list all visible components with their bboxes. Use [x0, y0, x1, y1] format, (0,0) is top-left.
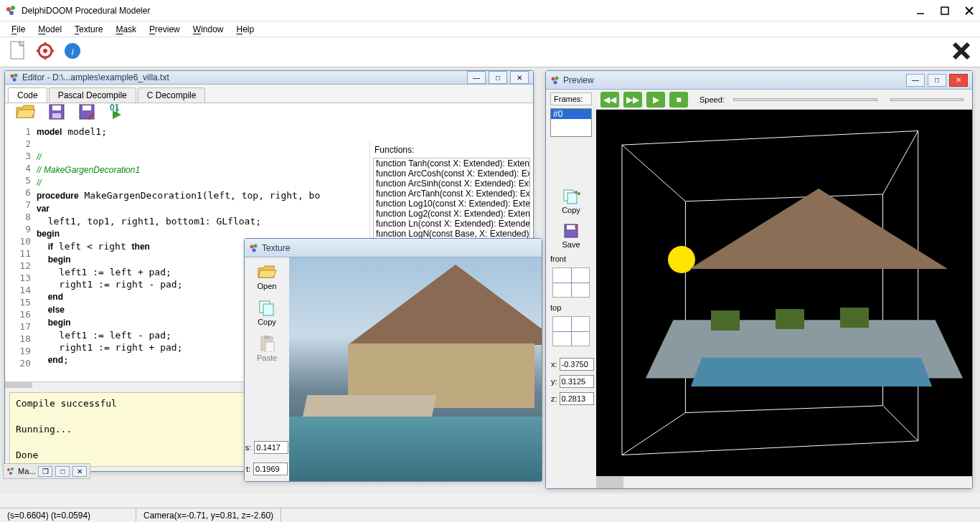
svg-point-48 [575, 191, 578, 194]
svg-rect-42 [265, 342, 274, 352]
speed-slider-2[interactable] [890, 98, 963, 101]
front-label: front [550, 255, 566, 263]
svg-rect-47 [567, 193, 577, 204]
svg-point-33 [250, 245, 254, 248]
texture-t-input[interactable] [253, 462, 288, 475]
function-item[interactable]: function LogN(const Base, X: Extended): … [374, 229, 529, 239]
preview-title: Preview [563, 75, 594, 85]
svg-line-55 [622, 145, 685, 201]
svg-point-2 [9, 11, 14, 15]
open-folder-icon[interactable] [15, 103, 35, 123]
menu-texture[interactable]: Texture [69, 23, 108, 36]
main-toolbar: i [0, 37, 980, 67]
editor-minimize-icon[interactable]: — [467, 71, 486, 84]
editor-close-icon[interactable]: ✕ [510, 71, 529, 84]
tab-code[interactable]: Code [8, 87, 47, 103]
info-icon[interactable]: i [63, 42, 82, 62]
menu-model[interactable]: Model [32, 23, 67, 36]
maximize-icon[interactable] [940, 6, 950, 16]
frames-label: Frames: [550, 92, 592, 105]
editor-title: Editor - D:\...amples\example6_villa.txt [22, 72, 169, 82]
svg-text:01: 01 [110, 103, 120, 113]
minimize-icon[interactable] [915, 6, 925, 16]
menu-help[interactable]: Help [230, 23, 260, 36]
forward-button[interactable]: ▶▶ [623, 92, 642, 108]
svg-rect-39 [263, 304, 273, 315]
svg-point-19 [11, 75, 14, 78]
top-view-grid[interactable] [552, 316, 590, 346]
svg-line-58 [622, 413, 685, 455]
svg-point-20 [14, 74, 18, 77]
save-icon[interactable] [48, 103, 65, 123]
preview-hscroll[interactable] [596, 476, 972, 488]
close-icon[interactable] [964, 6, 974, 16]
frames-list[interactable]: #0 [550, 108, 592, 137]
svg-rect-41 [264, 336, 270, 339]
preview-minimize-icon[interactable]: — [906, 74, 925, 87]
svg-point-35 [253, 248, 256, 252]
function-item[interactable]: function Ln(const X: Extended): Extended [374, 219, 529, 229]
settings-gear-icon[interactable] [36, 42, 55, 62]
rewind-button[interactable]: ◀◀ [600, 92, 619, 108]
mini-restore-icon[interactable]: ❐ [38, 466, 52, 477]
svg-marker-23 [17, 110, 35, 118]
app-icon [6, 5, 17, 16]
svg-point-10 [43, 49, 47, 53]
svg-line-56 [883, 130, 918, 194]
function-item[interactable]: function ArcCosh(const X: Extended): Ext [374, 169, 529, 179]
svg-rect-4 [941, 7, 948, 14]
compile-run-icon[interactable]: 01 [108, 103, 127, 123]
preview-copy-button[interactable]: Copy [560, 186, 582, 217]
editor-maximize-icon[interactable]: □ [489, 71, 507, 84]
save-edit-icon[interactable] [78, 103, 95, 123]
texture-window: Texture Open Copy Paste s: t: [244, 238, 542, 482]
svg-point-52 [575, 225, 578, 228]
preview-maximize-icon[interactable]: □ [928, 74, 946, 87]
speed-slider[interactable] [733, 98, 877, 101]
tab-pascal-decompile[interactable]: Pascal Decompile [49, 87, 136, 103]
status-camera: Camera(x=-0.71, y=0.81, z=-2.60) [136, 508, 281, 522]
preview-close-icon[interactable]: ✕ [949, 74, 968, 87]
mini-close-icon[interactable]: ✕ [72, 466, 87, 477]
function-item[interactable]: function ArcSinh(const X: Extended): Ext… [374, 179, 529, 189]
render-viewport[interactable] [596, 110, 972, 476]
texture-paste-button[interactable]: Paste [255, 332, 278, 365]
function-item[interactable]: function ArcTanh(const X: Extended): Ext [374, 189, 529, 199]
texture-title: Texture [262, 243, 290, 253]
menu-preview[interactable]: Preview [143, 23, 186, 36]
preview-save-button[interactable]: Save [560, 220, 581, 252]
svg-point-49 [578, 192, 580, 195]
svg-marker-37 [258, 270, 276, 277]
svg-point-21 [13, 78, 17, 82]
stop-button[interactable]: ■ [669, 92, 688, 108]
minimized-window[interactable]: Ma... ❐ □ ✕ [3, 463, 90, 479]
texture-s-input[interactable] [254, 441, 288, 454]
texture-image[interactable] [289, 257, 542, 481]
tab-c-decompile[interactable]: C Decompile [138, 87, 206, 103]
svg-point-0 [6, 7, 11, 11]
coord-x-input[interactable] [560, 358, 594, 371]
svg-point-44 [555, 76, 559, 80]
new-file-icon[interactable] [9, 40, 27, 64]
menu-file[interactable]: File [6, 23, 31, 36]
function-item[interactable]: function Log10(const X: Extended): Exten [374, 199, 529, 209]
menu-mask[interactable]: Mask [110, 23, 142, 36]
svg-point-59 [7, 468, 10, 471]
texture-copy-button[interactable]: Copy [256, 296, 278, 329]
top-label: top [550, 303, 561, 312]
texture-open-button[interactable]: Open [255, 262, 278, 293]
svg-marker-53 [622, 130, 918, 455]
front-view-grid[interactable] [552, 267, 590, 298]
menubar: FileModelTextureMaskPreviewWindowHelp [0, 22, 980, 37]
speed-label: Speed: [699, 95, 725, 104]
function-item[interactable]: function Tanh(const X: Extended): Extend [374, 158, 529, 169]
function-item[interactable]: function Log2(const X: Extended): Extend [374, 209, 529, 219]
mini-max-icon[interactable]: □ [55, 466, 70, 477]
coord-z-input[interactable] [560, 392, 594, 405]
play-button[interactable]: ▶ [646, 92, 665, 108]
menu-window[interactable]: Window [187, 23, 230, 36]
coord-y-input[interactable] [560, 375, 594, 388]
close-app-icon[interactable] [951, 41, 971, 63]
svg-point-60 [11, 468, 14, 470]
titlebar: DelphiDOOM Procedural Modeler [0, 0, 980, 22]
